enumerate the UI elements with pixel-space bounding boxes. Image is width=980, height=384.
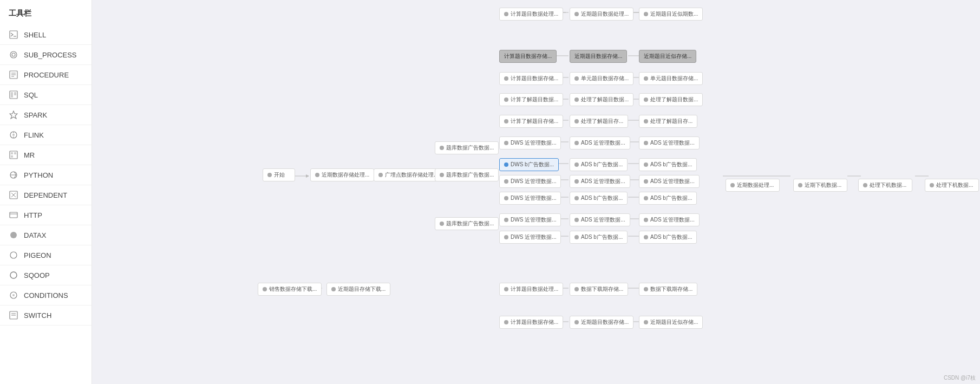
node-h1[interactable]: DWS 近管理数据... xyxy=(499,175,561,188)
node-e3[interactable]: 处理了解题目存... xyxy=(639,115,697,128)
node-label: ADS 近管理数据... xyxy=(650,139,695,147)
sqoop-icon xyxy=(9,270,18,280)
node-c3[interactable]: 单元题目数据存储... xyxy=(639,72,703,85)
sidebar-item-sqoop-label: SQOOP xyxy=(24,271,50,279)
node-f1[interactable]: DWS 近管理数据... xyxy=(499,136,561,149)
node-t3[interactable]: 数据下载期存储... xyxy=(639,283,697,296)
sidebar-item-switch[interactable]: SWITCH xyxy=(0,305,92,326)
node-t1[interactable]: 计算题目数据处理... xyxy=(499,283,563,296)
sidebar-item-subprocess[interactable]: SUB_PROCESS xyxy=(0,45,92,65)
svg-rect-18 xyxy=(14,152,16,154)
node-top2[interactable]: 近期题目数据处理... xyxy=(570,8,633,21)
node-g3[interactable]: ADS b广告数据... xyxy=(639,158,697,171)
node-r1[interactable]: 近期数据处理... xyxy=(726,179,780,192)
node-u3[interactable]: 近期题目近似存储... xyxy=(639,316,703,329)
node-e1[interactable]: 计算了解题目存储... xyxy=(499,115,563,128)
node-dot xyxy=(644,287,648,291)
node-n2[interactable]: 广埋点数据存储处理... xyxy=(374,168,443,181)
node-e2[interactable]: 处理了解题目存... xyxy=(570,115,628,128)
sidebar-item-http[interactable]: HTTP xyxy=(0,205,92,225)
node-label: 处理了解题目数据... xyxy=(650,96,698,103)
node-top3[interactable]: 近期题目近似期数... xyxy=(639,8,703,21)
sidebar-item-mr[interactable]: MR xyxy=(0,145,92,165)
node-label: 近期题目数据存储... xyxy=(581,318,629,326)
svg-point-13 xyxy=(12,134,15,136)
node-s1[interactable]: 销售数据存储下载... xyxy=(258,283,322,296)
node-r2[interactable]: 近期下机数据... xyxy=(793,179,847,192)
sidebar-item-http-label: HTTP xyxy=(24,211,42,219)
node-u2[interactable]: 近期题目数据存储... xyxy=(570,316,633,329)
sidebar-item-flink[interactable]: FLINK xyxy=(0,125,92,145)
node-dot xyxy=(263,287,267,291)
sidebar-item-python[interactable]: PYTHON xyxy=(0,165,92,185)
node-i2[interactable]: ADS b广告数据... xyxy=(570,192,628,205)
svg-point-3 xyxy=(12,53,15,56)
sidebar-item-dependent[interactable]: DEPENDENT xyxy=(0,185,92,205)
node-d1[interactable]: 计算了解题目数据... xyxy=(499,93,563,106)
sidebar-item-sqoop[interactable]: SQOOP xyxy=(0,265,92,285)
sidebar-item-conditions[interactable]: CONDITIONS xyxy=(0,285,92,305)
sidebar-item-shell[interactable]: SHELL xyxy=(0,25,92,45)
sidebar-item-subprocess-label: SUB_PROCESS xyxy=(24,51,77,59)
node-k2[interactable]: ADS b广告数据... xyxy=(570,231,628,244)
main-canvas[interactable]: 开始 近期数据存储处理... 广埋点数据存储处理... 题库数据广告数据... … xyxy=(92,0,980,384)
sidebar-item-procedure[interactable]: PROCEDURE xyxy=(0,65,92,85)
node-b2[interactable]: 近期题目数据存储... xyxy=(570,50,627,63)
node-g2[interactable]: ADS b广告数据... xyxy=(570,158,628,171)
node-dot xyxy=(504,235,508,239)
node-n1[interactable]: 近期数据存储处理... xyxy=(310,168,374,181)
node-dot xyxy=(574,97,579,102)
node-k1[interactable]: DWS 近管理数据... xyxy=(499,231,561,244)
node-j3[interactable]: ADS 近管理数据... xyxy=(639,213,700,226)
node-label: ADS 近管理数据... xyxy=(581,178,625,185)
node-c1[interactable]: 计算题目数据存储... xyxy=(499,72,563,85)
node-i1[interactable]: DWS 近管理数据... xyxy=(499,192,561,205)
node-label: 数据下载期存储... xyxy=(650,285,692,293)
node-h2[interactable]: ADS 近管理数据... xyxy=(570,175,630,188)
sidebar-item-sql[interactable]: SQL xyxy=(0,85,92,105)
node-b1[interactable]: 计算题目数据存储... xyxy=(499,50,557,63)
sidebar-item-pigeon[interactable]: PIGEON xyxy=(0,245,92,265)
node-c2[interactable]: 单元题目数据存储... xyxy=(570,72,633,85)
node-top1[interactable]: 计算题目数据处理... xyxy=(499,8,563,21)
node-j2[interactable]: ADS 近管理数据... xyxy=(570,213,630,226)
node-start[interactable]: 开始 xyxy=(263,168,295,181)
node-d3[interactable]: 处理了解题目数据... xyxy=(639,93,703,106)
sidebar-item-procedure-label: PROCEDURE xyxy=(24,71,69,79)
node-k3[interactable]: ADS b广告数据... xyxy=(639,231,697,244)
node-h3[interactable]: ADS 近管理数据... xyxy=(639,175,700,188)
svg-marker-11 xyxy=(10,111,17,119)
node-f3[interactable]: ADS 近管理数据... xyxy=(639,136,700,149)
node-n3b[interactable]: 题库数据广告数据... xyxy=(435,168,499,181)
node-s2[interactable]: 近期题目存储下载... xyxy=(326,283,390,296)
node-r3[interactable]: 处理下机数据... xyxy=(858,179,912,192)
sidebar-title: 工具栏 xyxy=(0,4,92,25)
node-label: DWS 近管理数据... xyxy=(511,216,556,224)
sidebar-item-datax[interactable]: DATAX xyxy=(0,225,92,245)
node-dot xyxy=(574,196,579,200)
sidebar-item-pigeon-label: PIGEON xyxy=(24,251,51,259)
node-dot xyxy=(644,76,648,81)
node-t2[interactable]: 数据下载期存储... xyxy=(570,283,628,296)
node-label: ADS 近管理数据... xyxy=(581,139,625,147)
sidebar-item-spark[interactable]: SPARK xyxy=(0,105,92,125)
sidebar-item-spark-label: SPARK xyxy=(24,111,47,119)
node-dot xyxy=(315,173,319,177)
node-j1[interactable]: DWS 近管理数据... xyxy=(499,213,561,226)
node-b3[interactable]: 近期题目近似存储... xyxy=(639,50,696,63)
node-u1[interactable]: 计算题目数据存储... xyxy=(499,316,563,329)
svg-rect-25 xyxy=(10,212,17,218)
node-g1[interactable]: DWS b广告数据... xyxy=(499,158,559,171)
node-n3a[interactable]: 题库数据广告数据... xyxy=(435,141,499,154)
node-label: 计算题目数据处理... xyxy=(511,285,558,293)
sidebar-item-python-label: PYTHON xyxy=(24,171,53,179)
node-label: ADS 近管理数据... xyxy=(581,216,625,224)
svg-rect-19 xyxy=(11,155,13,158)
node-d2[interactable]: 处理了解题目数据... xyxy=(570,93,633,106)
switch-icon xyxy=(9,310,18,320)
node-r4[interactable]: 处理下机数据... xyxy=(925,179,979,192)
node-f2[interactable]: ADS 近管理数据... xyxy=(570,136,630,149)
node-label: ADS b广告数据... xyxy=(650,161,692,168)
node-i3[interactable]: ADS b广告数据... xyxy=(639,192,697,205)
node-n3c[interactable]: 题库数据广告数据... xyxy=(435,217,499,230)
